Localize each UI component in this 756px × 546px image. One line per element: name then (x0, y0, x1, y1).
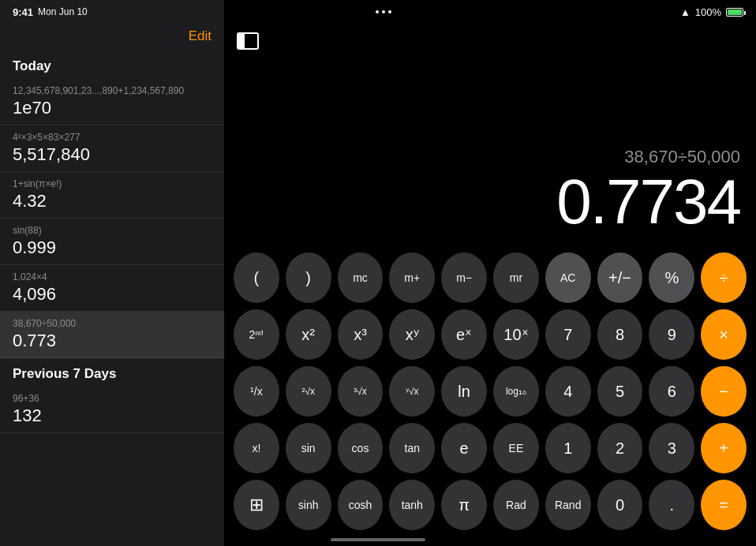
battery-icon (726, 8, 743, 17)
history-expr-4: 1,024×4 (13, 271, 211, 282)
dot2 (382, 10, 385, 13)
display: 38,670÷50,000 0.7734 (224, 24, 756, 246)
battery-fill (728, 9, 742, 15)
btn-e[interactable]: e (441, 423, 487, 473)
btn-factorial[interactable]: x! (234, 423, 279, 473)
btn-6[interactable]: 6 (649, 366, 694, 417)
history-result-0: 1e70 (13, 98, 211, 118)
btn-sqrt3[interactable]: ³√x (338, 366, 384, 417)
btn-10-x[interactable]: 10ˣ (493, 309, 539, 360)
btn-7[interactable]: 7 (545, 309, 591, 360)
display-expression: 38,670÷50,000 (240, 147, 740, 167)
btn-m-minus[interactable]: m− (441, 252, 487, 303)
history-expr-0: 12,345,678,901,23...,890+1,234,567,890 (13, 85, 211, 96)
btn-open-paren[interactable]: ( (234, 252, 279, 303)
btn-ee[interactable]: EE (493, 423, 539, 473)
btn-reciprocal[interactable]: ¹/x (234, 366, 279, 417)
history-result-2: 4.32 (13, 191, 211, 211)
btn-divide[interactable]: ÷ (701, 252, 747, 303)
btn-mc[interactable]: mc (338, 252, 384, 303)
status-center-dots (376, 10, 391, 13)
btn-percent[interactable]: % (649, 252, 694, 303)
btn-sqrt2[interactable]: ²√x (286, 366, 331, 417)
btn-decimal[interactable]: . (649, 480, 694, 530)
btn-pi[interactable]: π (441, 480, 487, 530)
btn-ln[interactable]: ln (441, 366, 487, 417)
btn-9[interactable]: 9 (649, 309, 694, 360)
status-time: 9:41 (13, 6, 33, 18)
home-indicator (331, 538, 425, 541)
btn-cosh[interactable]: cosh (338, 480, 384, 530)
status-date: Mon Jun 10 (38, 6, 88, 17)
btn-8[interactable]: 8 (597, 309, 643, 360)
history-item-4[interactable]: 1,024×4 4,096 (0, 265, 224, 312)
display-result: 0.7734 (240, 170, 740, 234)
btn-5[interactable]: 5 (597, 366, 643, 417)
btn-rad[interactable]: Rad (493, 480, 539, 530)
btn-e-x[interactable]: eˣ (441, 309, 487, 360)
btn-sinh[interactable]: sinh (286, 480, 331, 530)
btn-calculator-icon[interactable]: ⊞ (234, 480, 279, 530)
section-prev7: Previous 7 Days (0, 358, 224, 387)
dot1 (376, 10, 379, 13)
calculator-main: 38,670÷50,000 0.7734 ( ) mc m+ m− mr AC … (224, 24, 756, 546)
btn-x-cubed[interactable]: x³ (338, 309, 384, 360)
btn-3[interactable]: 3 (649, 423, 694, 473)
btn-equals[interactable]: = (701, 480, 747, 530)
btn-0[interactable]: 0 (597, 480, 643, 530)
history-item-1[interactable]: 4²×3×5×83×277 5,517,840 (0, 125, 224, 172)
history-item-2[interactable]: 1+sin(π×e!) 4.32 (0, 172, 224, 219)
history-result-3: 0.999 (13, 237, 211, 258)
status-bar: 9:41 Mon Jun 10 ▲ 100% (0, 0, 756, 24)
btn-rand[interactable]: Rand (545, 480, 591, 530)
btn-2[interactable]: 2 (597, 423, 643, 473)
history-expr-3: sin(88) (13, 225, 211, 236)
btn-4[interactable]: 4 (545, 366, 591, 417)
btn-close-paren[interactable]: ) (286, 252, 331, 303)
history-result-5: 0.773 (13, 331, 211, 351)
dot3 (388, 10, 391, 13)
btn-ac[interactable]: AC (545, 252, 591, 303)
history-expr-5: 38,670÷50,000 (13, 318, 211, 329)
edit-button[interactable]: Edit (189, 28, 211, 44)
btn-cos[interactable]: cos (338, 423, 384, 473)
btn-x-squared[interactable]: x² (286, 309, 331, 360)
history-item-5[interactable]: 38,670÷50,000 0.773 (0, 312, 224, 358)
btn-2nd[interactable]: 2ⁿᵈ (234, 309, 279, 360)
status-right: ▲ 100% (680, 6, 743, 18)
wifi-icon: ▲ (680, 6, 691, 18)
btn-subtract[interactable]: − (701, 366, 747, 417)
history-expr-6: 96+36 (13, 393, 211, 404)
history-scroll[interactable]: Today 12,345,678,901,23...,890+1,234,567… (0, 50, 224, 546)
btn-1[interactable]: 1 (545, 423, 591, 473)
history-expr-1: 4²×3×5×83×277 (13, 132, 211, 143)
history-result-1: 5,517,840 (13, 144, 211, 165)
history-item-6[interactable]: 96+36 132 (0, 387, 224, 433)
section-today: Today (0, 50, 224, 79)
history-item-3[interactable]: sin(88) 0.999 (0, 219, 224, 265)
btn-tanh[interactable]: tanh (389, 480, 435, 530)
history-result-4: 4,096 (13, 284, 211, 305)
btn-m-plus[interactable]: m+ (389, 252, 435, 303)
btn-x-y[interactable]: xʸ (389, 309, 435, 360)
btn-mr[interactable]: mr (493, 252, 539, 303)
history-result-6: 132 (13, 406, 211, 426)
sidebar: Edit Today 12,345,678,901,23...,890+1,23… (0, 0, 224, 546)
battery-label: 100% (695, 6, 721, 18)
btn-multiply[interactable]: × (701, 309, 747, 360)
history-expr-2: 1+sin(π×e!) (13, 178, 211, 189)
btn-log10[interactable]: log₁₀ (493, 366, 539, 417)
btn-sqrt-y[interactable]: ʸ√x (389, 366, 435, 417)
history-item-0[interactable]: 12,345,678,901,23...,890+1,234,567,890 1… (0, 79, 224, 125)
buttons-grid: ( ) mc m+ m− mr AC +/− % ÷ 2ⁿᵈ x² x³ xʸ … (224, 246, 756, 546)
btn-tan[interactable]: tan (389, 423, 435, 473)
btn-sin[interactable]: sin (286, 423, 331, 473)
btn-plus-minus[interactable]: +/− (597, 252, 643, 303)
btn-add[interactable]: + (701, 423, 747, 473)
